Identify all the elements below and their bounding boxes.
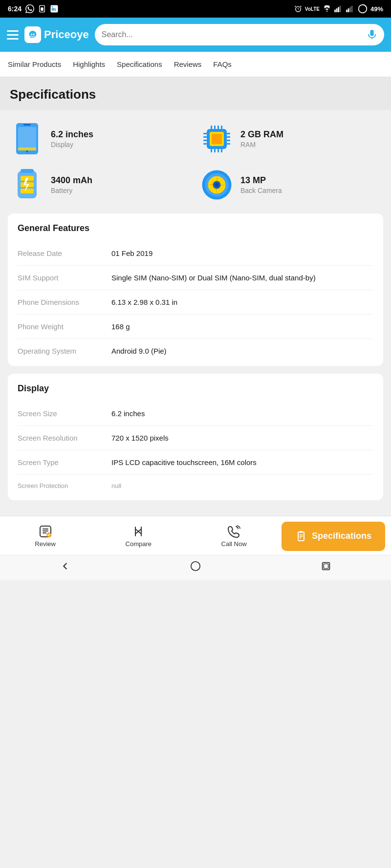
- svg-rect-1: [41, 7, 43, 11]
- feature-row-resolution: Screen Resolution 720 x 1520 pixels: [18, 426, 373, 450]
- svg-point-49: [215, 183, 218, 187]
- ram-value: 2 GB RAM: [240, 129, 283, 140]
- camera-icon: [199, 168, 234, 202]
- sim-icon: [38, 5, 46, 13]
- recents-button[interactable]: [319, 559, 333, 575]
- svg-rect-10: [349, 7, 351, 13]
- svg-rect-29: [227, 136, 230, 138]
- feature-row-os: Operating System Android 9.0 (Pie): [18, 339, 373, 356]
- page-title: Specifications: [10, 87, 381, 102]
- camera-value: 13 MP: [240, 175, 282, 186]
- home-button[interactable]: [188, 559, 203, 575]
- svg-rect-38: [217, 149, 219, 152]
- whatsapp-icon: [25, 4, 34, 13]
- compare-label: Compare: [126, 540, 152, 548]
- bottom-nav: Review Compare Call Now: [0, 516, 391, 555]
- status-bar: 6:24 VoLTE 49%: [0, 0, 391, 18]
- tab-specifications[interactable]: Specifications: [111, 53, 168, 75]
- svg-rect-7: [340, 6, 341, 12]
- specifications-cta-button[interactable]: Specifications: [282, 522, 385, 551]
- compare-icon: [131, 525, 145, 538]
- nav-tabs: Similar Products Highlights Specificatio…: [0, 52, 391, 77]
- system-navigation: [0, 555, 391, 580]
- svg-rect-41: [21, 169, 34, 173]
- weight-val: 168 g: [111, 321, 373, 332]
- svg-point-19: [26, 150, 28, 152]
- clipboard-icon: [295, 530, 307, 542]
- logo[interactable]: Priceoye: [24, 26, 89, 43]
- display-features-title: Display: [18, 383, 373, 394]
- alarm-icon: [294, 5, 302, 13]
- svg-rect-35: [221, 126, 222, 129]
- svg-rect-4: [334, 10, 336, 12]
- svg-rect-44: [21, 189, 34, 193]
- tab-highlights[interactable]: Highlights: [67, 53, 111, 75]
- svg-rect-5: [336, 8, 338, 12]
- display-value: 6.2 inches: [51, 129, 93, 140]
- review-nav-item[interactable]: Review: [29, 523, 62, 550]
- svg-rect-53: [300, 531, 303, 533]
- battery-icon: [10, 168, 44, 202]
- signal2-icon: [346, 5, 355, 12]
- feature-row-screensize: Screen Size 6.2 inches: [18, 402, 373, 426]
- spec-ram: 2 GB RAM RAM: [199, 122, 381, 156]
- os-val: Android 9.0 (Pie): [111, 346, 373, 356]
- svg-rect-26: [203, 140, 207, 141]
- battery-value: 3400 mAh: [51, 175, 92, 186]
- mic-icon[interactable]: [367, 29, 377, 40]
- svg-rect-6: [338, 7, 339, 13]
- svg-rect-8: [346, 10, 348, 12]
- battery-circle-icon: [358, 4, 368, 14]
- volte-icon: VoLTE: [305, 6, 320, 12]
- search-input[interactable]: [102, 30, 363, 39]
- camera-text: 13 MP Back Camera: [240, 175, 282, 194]
- svg-rect-28: [227, 133, 230, 134]
- svg-rect-33: [214, 126, 216, 129]
- svg-rect-30: [227, 140, 230, 141]
- callnow-nav-item[interactable]: Call Now: [216, 523, 253, 550]
- protection-val: null: [111, 482, 373, 490]
- feature-row-dimensions: Phone Dimensions 6.13 x 2.98 x 0.31 in: [18, 290, 373, 315]
- feature-row-sim: SIM Support Single SIM (Nano-SIM) or Dua…: [18, 266, 373, 290]
- back-button[interactable]: [58, 559, 72, 575]
- svg-rect-25: [203, 136, 207, 138]
- search-bar[interactable]: [95, 24, 384, 45]
- header: Priceoye: [0, 18, 391, 52]
- tab-reviews[interactable]: Reviews: [168, 53, 208, 75]
- logo-icon: [24, 26, 41, 43]
- svg-rect-17: [18, 127, 36, 150]
- spec-display: 6.2 inches Display: [10, 122, 192, 156]
- general-features-title: General Features: [18, 223, 373, 233]
- os-key: Operating System: [18, 346, 106, 356]
- sim-val: Single SIM (Nano-SIM) or Dual SIM (Nano-…: [111, 273, 373, 283]
- linkedin-icon: [50, 4, 59, 13]
- signal-icon: [334, 5, 343, 12]
- battery-percent: 49%: [370, 5, 383, 13]
- svg-rect-36: [211, 149, 212, 152]
- svg-rect-34: [217, 126, 219, 129]
- wifi-icon: [323, 5, 331, 12]
- review-icon: [39, 525, 52, 538]
- resolution-val: 720 x 1520 pixels: [111, 433, 373, 443]
- feature-row-release: Release Date 01 Feb 2019: [18, 241, 373, 266]
- feature-row-weight: Phone Weight 168 g: [18, 315, 373, 339]
- callnow-icon: [227, 525, 241, 538]
- tab-similar-products[interactable]: Similar Products: [8, 53, 67, 75]
- svg-rect-18: [23, 124, 31, 126]
- hamburger-menu[interactable]: [7, 30, 19, 40]
- svg-point-54: [191, 562, 200, 571]
- status-right: VoLTE 49%: [294, 4, 383, 14]
- svg-rect-20: [18, 148, 36, 150]
- weight-key: Phone Weight: [18, 321, 106, 332]
- spec-icons-grid: 6.2 inches Display: [10, 122, 381, 202]
- svg-point-13: [31, 34, 32, 35]
- callnow-label: Call Now: [221, 540, 247, 548]
- camera-label: Back Camera: [240, 187, 282, 194]
- compare-nav-item[interactable]: Compare: [120, 523, 157, 550]
- svg-rect-31: [227, 143, 230, 145]
- spec-icons-section: 6.2 inches Display: [0, 110, 391, 213]
- battery-label: Battery: [51, 187, 92, 194]
- spec-battery: 3400 mAh Battery: [10, 168, 192, 202]
- screentype-val: IPS LCD capacitive touchscreen, 16M colo…: [111, 457, 373, 467]
- tab-faqs[interactable]: FAQs: [207, 53, 238, 75]
